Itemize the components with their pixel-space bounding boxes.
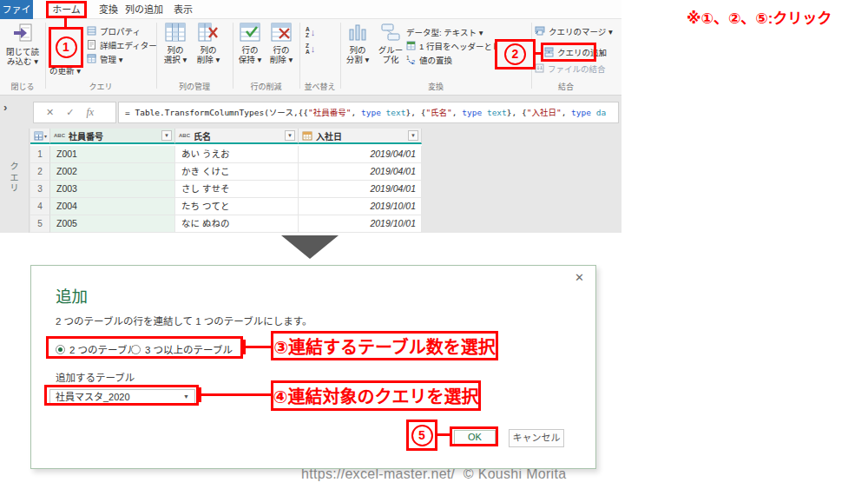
table-row: 1Z001あい うえお2019/04/01 [30,146,422,163]
formula-segment: = Table.TransformColumnTypes(ソース,{{ [125,108,308,117]
dialog-title: 追加 [56,284,88,307]
split-column-label2: 分割 ▾ [346,55,369,64]
table-cell[interactable]: たち つてと [175,198,299,215]
row-number[interactable]: 5 [30,215,50,233]
close-and-load-button[interactable]: 閉じて読 み込む ▾ [2,23,43,66]
group-divider [45,23,46,89]
row-number[interactable]: 2 [30,163,50,181]
table-cell[interactable]: 2019/04/01 [299,163,422,181]
annotation-connector [201,393,271,396]
replace-values-button[interactable]: 1 2 値の置換 [406,54,452,65]
table-cell[interactable]: Z003 [50,181,175,198]
merge-queries-icon [535,26,545,36]
annotation-box-dropdown [44,385,199,406]
table-header: ▾ ABC 社員番号 ▼ ABC 氏名 ▼ 入社日 ▼ [30,129,422,144]
tab-file[interactable]: ファイル [0,0,33,19]
table-icon [34,131,43,141]
formula-segment: }, { [405,108,425,117]
manage-button[interactable]: 管理 ▾ [87,53,122,64]
remove-columns-button[interactable]: 列の 削除 ▾ [193,23,224,64]
split-column-button[interactable]: 列の 分割 ▾ [342,23,373,64]
remove-rows-button[interactable]: 行の 削除 ▾ [266,23,297,64]
filter-button[interactable]: ▼ [285,130,295,141]
combine-files-button[interactable]: ファイルの結合 [535,63,606,74]
properties-label: プロパティ [100,25,141,37]
column-header-employee-id[interactable]: ABC 社員番号 ▼ [50,129,175,144]
dialog-close-icon[interactable]: ✕ [575,271,584,284]
row-number[interactable]: 4 [30,198,50,215]
formula-segment: type [571,108,591,117]
keep-rows-label2: 保持 ▾ [239,55,261,64]
expand-formula-bar-button[interactable]: › [3,101,7,114]
queries-pane-collapsed[interactable]: クエリ [0,129,30,233]
choose-columns-label: 列の [167,45,183,55]
screenshot-canvas: ファイル ホーム 変換 列の追加 表示 閉じて読 [0,0,868,489]
properties-button[interactable]: プロパティ [87,25,141,36]
append-table-label: 追加するテーブル [56,370,135,384]
table-cell[interactable]: あい うえお [175,146,299,163]
table-cell[interactable]: Z001 [50,146,175,163]
table-cell[interactable]: 2019/04/01 [299,181,422,198]
combine-files-label: ファイルの結合 [548,63,606,75]
group-by-button[interactable]: グルー プ化 [375,23,406,64]
table-cell[interactable]: 2019/10/01 [299,215,422,233]
table-cell[interactable]: かき くけこ [175,163,299,181]
merge-queries-button[interactable]: クエリのマージ ▾ [535,25,613,36]
advanced-editor-button[interactable]: 詳細エディター [87,39,157,50]
use-first-row-as-headers-button[interactable]: 1 行目をヘッダーとし [406,40,500,51]
choose-columns-button[interactable]: 列の 選択 ▾ [160,23,191,64]
text-type-icon: ABC [54,133,65,138]
table-cell[interactable]: Z005 [50,215,175,233]
table-cell[interactable]: さし すせそ [175,181,299,198]
formula-segment: type [462,108,482,117]
table-corner-button[interactable]: ▾ [30,129,50,144]
caret-down-icon: ▾ [600,50,603,57]
advanced-editor-label: 詳細エディター [100,39,157,51]
remove-rows-label: 行の [273,45,289,55]
sort-az-letters: AZ [306,27,310,38]
svg-text:2: 2 [412,59,416,64]
svg-text:1: 1 [406,55,410,61]
formula-input[interactable]: = Table.TransformColumnTypes(ソース,{{"社員番号… [118,102,619,123]
annotation-step-2: 2 [495,39,536,69]
group-label-combine: 結合 [531,82,601,92]
annotation-box-home-tab [46,1,87,18]
table-cell[interactable]: Z002 [50,163,175,181]
tab-add-column[interactable]: 列の追加 [122,0,167,19]
keep-rows-button[interactable]: 行の 保持 ▾ [234,23,266,64]
append-queries-caret[interactable]: ▾ [600,48,603,59]
filter-button[interactable]: ▼ [161,130,172,141]
close-load-icon [12,23,33,43]
table-cell[interactable]: Z004 [50,198,175,215]
tab-transform[interactable]: 変換 [93,0,124,19]
table-cell[interactable]: なに ぬねの [175,215,299,233]
group-divider [233,23,233,89]
annotation-connector [437,433,450,436]
row-number[interactable]: 1 [30,146,50,163]
properties-icon [87,26,96,36]
tab-view[interactable]: 表示 [168,0,198,19]
row-number[interactable]: 3 [30,181,50,198]
accept-icon[interactable]: ✓ [66,107,74,118]
cancel-button[interactable]: キャンセル [509,429,564,447]
annotation-note: ※①、②、⑤:クリック [687,6,832,28]
discard-icon[interactable]: ✕ [46,107,54,118]
annotation-step-5: 5 [406,420,437,451]
column-header-hire-date[interactable]: 入社日 ▼ [299,129,422,144]
formula-segment: da [591,108,606,117]
formula-segment: , [452,108,462,117]
data-type-button[interactable]: データ型: テキスト ▾ [406,26,483,37]
table-cell[interactable]: 2019/04/01 [299,146,422,163]
close-load-label: 閉じて読 [6,47,39,56]
sort-descending-button[interactable]: ZA ↓ [306,43,315,56]
table-cell[interactable]: 2019/10/01 [299,198,422,215]
column-header-name[interactable]: ABC 氏名 ▼ [175,129,299,144]
sort-ascending-button[interactable]: AZ ↓ [306,26,315,39]
chevron-right-icon: › [3,101,7,114]
combine-files-icon [535,63,544,73]
queries-pane-label: クエリ [8,162,21,195]
group-label-transform: 変換 [340,82,531,92]
formula-segment: , [562,108,571,117]
filter-button[interactable]: ▼ [408,130,418,141]
annotation-box-append-queries [541,43,596,62]
